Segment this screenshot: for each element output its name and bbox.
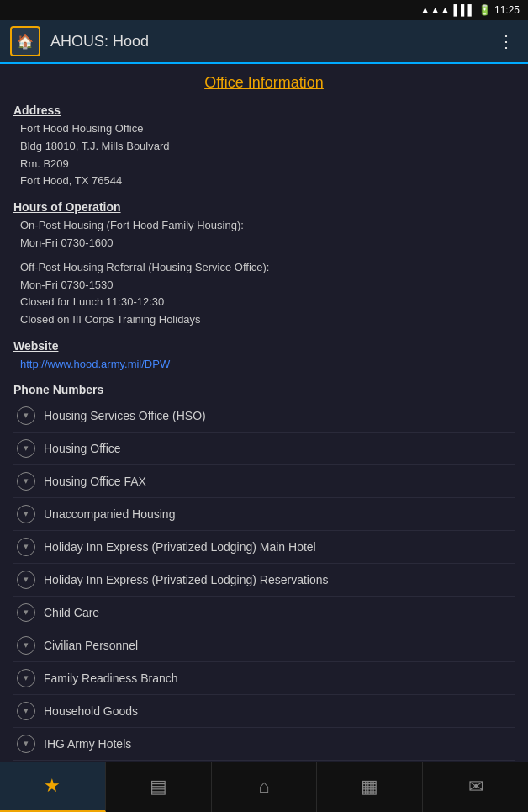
logo-symbol: 🏠: [17, 34, 34, 50]
app-bar: 🏠 AHOUS: Hood ⋮: [0, 20, 528, 64]
phone-item-label: Holiday Inn Express (Privatized Lodging)…: [44, 573, 329, 586]
signal-icon: ▌▌▌: [453, 4, 475, 16]
website-link[interactable]: http://www.hood.army.mil/DPW: [20, 358, 170, 370]
address-line-1: Fort Hood Housing Office: [20, 120, 515, 138]
phone-item[interactable]: ▾ Housing Office FAX: [13, 465, 515, 498]
phone-item-label: Family Readiness Branch: [44, 671, 178, 685]
hours-block-2-line-1: Mon-Fri 0730-1530: [20, 277, 515, 295]
phone-item-label: IHG Army Hotels: [44, 737, 131, 751]
nav-item-list[interactable]: ▤: [106, 762, 212, 812]
home-icon: ⌂: [258, 776, 269, 798]
phone-item[interactable]: ▾ Holiday Inn Express (Privatized Lodgin…: [13, 564, 515, 597]
message-icon: ✉: [468, 776, 483, 798]
phone-item[interactable]: ▾ Civilian Personnel: [13, 629, 515, 662]
status-icons: ▲▲▲ ▌▌▌ 🔋 11:25: [420, 4, 520, 16]
phone-item[interactable]: ▾ Household Goods: [13, 695, 515, 728]
phone-item-label: Housing Services Office (HSO): [44, 409, 206, 422]
favorites-icon: ★: [44, 775, 61, 797]
address-line-2: Bldg 18010, T.J. Mills Boulvard: [20, 138, 515, 156]
app-logo: 🏠: [10, 26, 40, 56]
phone-item[interactable]: ▾ Housing Office: [13, 433, 515, 465]
nav-item-message[interactable]: ✉: [423, 762, 528, 812]
dropdown-icon: ▾: [17, 505, 35, 523]
page-title: Office Information: [13, 74, 515, 92]
hours-block-1-title: On-Post Housing (Fort Hood Family Housin…: [20, 217, 515, 235]
hours-label: Hours of Operation: [13, 200, 515, 214]
phone-item-label: Child Care: [44, 606, 99, 619]
status-bar: ▲▲▲ ▌▌▌ 🔋 11:25: [0, 0, 528, 20]
phone-item-label: Household Goods: [44, 704, 138, 718]
dropdown-icon: ▾: [17, 538, 35, 556]
phone-numbers-section: Phone Numbers ▾ Housing Services Office …: [13, 383, 515, 761]
time-display: 11:25: [494, 4, 520, 16]
dropdown-icon: ▾: [17, 472, 35, 491]
battery-icon: 🔋: [478, 4, 491, 16]
dropdown-icon: ▾: [17, 669, 35, 687]
dropdown-icon: ▾: [17, 571, 35, 589]
bottom-nav: ★ ▤ ⌂ ▦ ✉: [0, 762, 528, 812]
website-block: Website http://www.hood.army.mil/DPW: [13, 339, 515, 371]
hours-block-2-line-2: Closed for Lunch 11:30-12:30: [20, 294, 515, 311]
dropdown-icon: ▾: [17, 406, 35, 425]
phone-item[interactable]: ▾ Unaccompanied Housing: [13, 498, 515, 531]
hours-block: On-Post Housing (Fort Hood Family Housin…: [20, 217, 515, 329]
phone-item-label: Civilian Personnel: [44, 639, 138, 652]
address-line-3: Rm. B209: [20, 156, 515, 173]
phone-item[interactable]: ▾ Family Readiness Branch: [13, 662, 515, 695]
address-label: Address: [13, 103, 515, 117]
main-content: Office Information Address Fort Hood Hou…: [0, 64, 528, 762]
dropdown-icon: ▾: [17, 439, 35, 458]
address-block: Fort Hood Housing Office Bldg 18010, T.J…: [20, 120, 515, 190]
phone-item[interactable]: ▾ Holiday Inn Express (Privatized Lodgin…: [13, 531, 515, 564]
phone-item[interactable]: ▾ Housing Services Office (HSO): [13, 400, 515, 433]
hours-block-1-line-1: Mon-Fri 0730-1600: [20, 235, 515, 252]
hours-block-2-line-3: Closed on III Corps Training Holidays: [20, 311, 515, 329]
app-title: AHOUS: Hood: [50, 33, 494, 50]
phone-item[interactable]: ▾ Child Care: [13, 597, 515, 629]
wifi-icon: ▲▲▲: [420, 4, 451, 16]
website-label: Website: [13, 339, 515, 353]
dropdown-icon: ▾: [17, 603, 35, 622]
hours-block-2-title: Off-Post Housing Referral (Housing Servi…: [20, 259, 515, 277]
dropdown-icon: ▾: [17, 702, 35, 720]
nav-item-home[interactable]: ⌂: [212, 762, 318, 812]
nav-item-grid[interactable]: ▦: [317, 762, 423, 812]
phone-item[interactable]: ▾ IHG Army Hotels: [13, 728, 515, 761]
menu-icon[interactable]: ⋮: [494, 28, 518, 55]
nav-item-favorites[interactable]: ★: [0, 762, 106, 812]
list-icon: ▤: [150, 776, 167, 798]
phone-item-label: Housing Office: [44, 442, 121, 455]
phone-item-label: Housing Office FAX: [44, 475, 146, 488]
phone-item-label: Unaccompanied Housing: [44, 507, 175, 521]
address-line-4: Fort Hood, TX 76544: [20, 172, 515, 190]
dropdown-icon: ▾: [17, 735, 35, 753]
phone-item-label: Holiday Inn Express (Privatized Lodging)…: [44, 540, 316, 554]
dropdown-icon: ▾: [17, 636, 35, 655]
grid-icon: ▦: [361, 776, 378, 798]
phone-numbers-label: Phone Numbers: [13, 383, 515, 396]
